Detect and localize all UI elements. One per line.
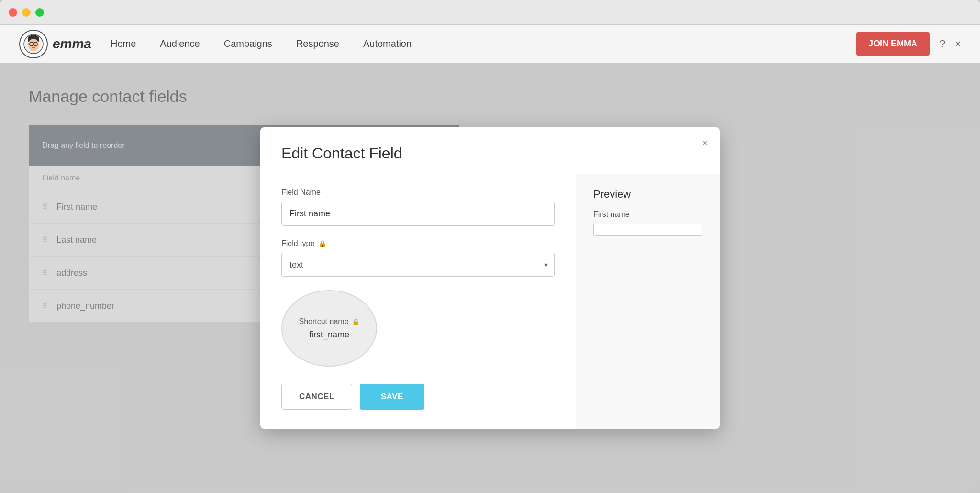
nav-campaigns[interactable]: Campaigns <box>224 38 272 49</box>
emma-logo-text: emma <box>53 36 91 52</box>
close-button[interactable] <box>9 8 17 17</box>
nav-right: JOIN EMMA ? × <box>856 32 961 56</box>
shortcut-circle: Shortcut name 🔒 first_name <box>281 290 377 367</box>
field-type-label: Field type 🔒 <box>281 239 555 248</box>
field-name-group: Field Name <box>281 188 555 226</box>
modal-body: Field Name Field type 🔒 <box>260 174 720 429</box>
modal-header: Edit Contact Field <box>260 127 720 174</box>
titlebar <box>0 0 980 25</box>
field-name-input[interactable] <box>281 202 555 226</box>
shortcut-name-value: first_name <box>309 330 349 340</box>
field-type-group: Field type 🔒 text number date boolean <box>281 239 555 277</box>
save-button[interactable]: SAVE <box>360 384 424 410</box>
nav-response[interactable]: Response <box>296 38 339 49</box>
maximize-button[interactable] <box>35 8 44 17</box>
shortcut-name-label: Shortcut name 🔒 <box>299 317 359 326</box>
field-name-label: Field Name <box>281 188 555 197</box>
nav-automation[interactable]: Automation <box>363 38 412 49</box>
edit-contact-field-modal: × Edit Contact Field Field Name <box>260 127 720 429</box>
close-nav-icon[interactable]: × <box>955 38 961 50</box>
navbar: emma Home Audience Campaigns Response Au… <box>0 25 980 63</box>
shortcut-name-group: Shortcut name 🔒 first_name <box>281 290 555 367</box>
nav-home[interactable]: Home <box>111 38 136 49</box>
field-type-lock-icon: 🔒 <box>318 240 326 247</box>
modal-title: Edit Contact Field <box>281 145 699 162</box>
app-window: emma Home Audience Campaigns Response Au… <box>0 0 980 493</box>
modal-form: Field Name Field type 🔒 <box>260 174 576 429</box>
shortcut-name-lock-icon: 🔒 <box>352 318 360 325</box>
help-icon[interactable]: ? <box>939 38 945 50</box>
logo-area: emma <box>19 30 91 58</box>
field-type-select[interactable]: text number date boolean <box>281 253 555 277</box>
main-content: Manage contact fields Drag any field to … <box>0 63 980 493</box>
preview-title: Preview <box>593 188 702 201</box>
nav-links: Home Audience Campaigns Response Automat… <box>111 38 856 49</box>
modal-actions: CANCEL SAVE <box>281 384 555 410</box>
field-type-select-wrapper: text number date boolean ▾ <box>281 253 555 277</box>
preview-field-label: First name <box>593 210 702 219</box>
cancel-button[interactable]: CANCEL <box>281 384 352 410</box>
traffic-lights <box>9 8 44 17</box>
minimize-button[interactable] <box>22 8 31 17</box>
modal-preview: Preview First name <box>576 174 720 429</box>
modal-overlay: × Edit Contact Field Field Name <box>0 63 980 493</box>
svg-line-7 <box>28 44 30 44</box>
nav-audience[interactable]: Audience <box>160 38 200 49</box>
emma-logo-svg <box>23 34 44 55</box>
join-emma-button[interactable]: JOIN EMMA <box>856 32 930 56</box>
preview-field-input <box>593 224 702 236</box>
logo-icon <box>19 30 48 58</box>
modal-close-button[interactable]: × <box>702 138 708 148</box>
